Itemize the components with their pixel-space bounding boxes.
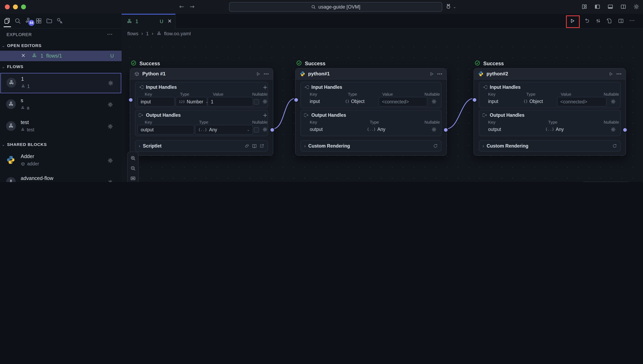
open-editors-title[interactable]: OPEN EDITORS [7,43,42,48]
input-key-field[interactable]: input [138,97,175,106]
node-more-icon[interactable]: ⋯ [264,71,269,77]
close-icon[interactable]: × [21,52,26,58]
input-handle-dot[interactable] [294,97,299,102]
col-nullable: Nullable [252,120,268,124]
scriptlet-section[interactable]: › Scriptlet [135,140,268,152]
node-header[interactable]: Python #1 ⋯ [130,68,273,80]
output-handle-dot[interactable] [443,127,448,132]
node-python-hash2[interactable]: python#2 ⋯ Input Handles Key Type Value … [474,68,626,156]
traffic-light-minimize[interactable] [13,4,18,9]
settings-gear-icon[interactable] [633,4,639,11]
book-icon[interactable] [252,143,257,148]
gear-icon[interactable] [431,99,437,106]
toggle-primary-sidebar-button[interactable] [594,4,600,11]
input-value-field[interactable]: 1 [208,97,253,106]
chevron-down-icon[interactable]: ⌄ [2,64,5,69]
assistant-button[interactable]: ⌄ [445,3,456,10]
output-type-value: Any [556,127,564,132]
traffic-light-close[interactable] [5,4,10,9]
zoom-in-button[interactable] [130,155,136,162]
activity-folder-icon[interactable] [46,18,53,26]
input-handle-dot[interactable] [128,97,134,102]
flow-list-item-3[interactable]: test test [0,117,120,136]
refresh-icon[interactable] [433,144,438,148]
nav-back-icon[interactable]: ← [179,3,184,10]
editor-more-actions[interactable]: ⋯ [629,17,635,24]
toggle-secondary-sidebar-button[interactable] [620,4,626,11]
flow-list-item-2[interactable]: s a [0,95,120,114]
traffic-light-zoom[interactable] [21,4,26,9]
close-icon[interactable]: × [168,18,172,24]
gear-icon[interactable] [108,80,114,87]
output-key-field[interactable]: output [138,125,194,134]
compare-button[interactable] [595,18,601,25]
open-editor-item[interactable]: × 1 flows/1 U [0,51,122,61]
breadcrumb-1[interactable]: 1 [146,31,148,36]
split-editor-button[interactable] [618,18,624,25]
rerun-button[interactable] [584,18,590,25]
gear-icon[interactable] [108,180,113,182]
gear-icon[interactable] [108,158,113,164]
command-center-search[interactable]: usage-guide [OVM] [229,2,442,12]
node-header[interactable]: python#2 ⋯ [474,68,626,80]
flow-item-subtitle: test [27,127,34,132]
add-input-button[interactable]: + [263,84,268,90]
zoom-out-button[interactable] [130,166,136,172]
nav-forward-icon[interactable]: → [190,3,194,10]
breadcrumb-flows[interactable]: flows [127,31,138,36]
activity-explorer-icon[interactable] [4,18,10,26]
shared-blocks-title[interactable]: SHARED BLOCKS [7,142,47,147]
fit-view-button[interactable] [130,176,136,182]
flows-section-title[interactable]: FLOWS [7,64,24,69]
customize-layout-button[interactable] [582,4,588,11]
gear-icon[interactable] [108,124,113,130]
activity-key-icon[interactable] [56,18,63,26]
add-output-button[interactable]: + [263,112,268,118]
nullable-checkbox[interactable] [254,127,259,132]
subflow-avatar [6,177,16,182]
chevron-down-icon[interactable]: ⌄ [2,43,5,48]
col-value: Value [213,92,224,96]
activity-search-icon[interactable] [14,18,21,26]
gear-icon[interactable] [610,127,616,133]
activity-blocks-icon[interactable] [35,18,42,26]
flow-file-icon [32,53,37,60]
node-python-1[interactable]: Python #1 ⋯ Input Handles + Key Type Val… [130,68,273,156]
explorer-more-icon[interactable]: ⋯ [107,31,113,37]
node-header[interactable]: python#1 ⋯ [296,68,446,80]
shared-block-adder[interactable]: Adder adder [0,151,120,170]
toggle-panel-button[interactable] [607,4,614,11]
run-flow-button[interactable] [569,18,575,25]
breadcrumb-file[interactable]: flow.oo.yaml [164,31,191,36]
custom-rendering-section[interactable]: › Custom Rendering [300,140,442,152]
chevron-right-icon: › [152,31,154,36]
external-link-icon[interactable] [260,144,264,148]
input-key-value: input [310,99,320,104]
refresh-icon[interactable] [612,144,617,148]
gear-icon[interactable] [262,99,268,106]
gear-icon[interactable] [108,102,113,109]
chevron-down-icon[interactable]: ⌄ [2,142,5,146]
input-type-select[interactable]: 123Number⌄ [176,97,207,106]
input-handle-dot[interactable] [472,97,477,102]
play-icon[interactable] [256,71,261,76]
node-more-icon[interactable]: ⋯ [616,71,622,77]
node-more-icon[interactable]: ⋯ [437,71,442,77]
custom-rendering-section[interactable]: › Custom Rendering [479,140,621,152]
flow-canvas[interactable]: Success Success Success Python #1 ⋯ Inpu… [122,39,643,182]
gear-icon[interactable] [262,127,268,133]
output-type-select[interactable]: {..}Any⌄ [195,125,253,134]
gear-icon[interactable] [610,99,616,106]
nullable-checkbox[interactable] [254,99,259,104]
flow-list-item-1[interactable]: 1 1 [0,73,121,93]
output-handle-dot[interactable] [270,127,275,132]
play-icon[interactable] [608,71,614,76]
output-handle-dot[interactable] [622,127,628,132]
paperclip-icon[interactable] [244,144,249,148]
node-python-hash1[interactable]: python#1 ⋯ Input Handles Key Type Value … [295,68,447,156]
play-icon[interactable] [429,71,434,76]
gear-icon[interactable] [431,127,437,133]
open-source-button[interactable] [606,18,612,25]
editor-tab-flow-1[interactable]: 1 U × [122,14,176,29]
shared-block-advanced-flow[interactable]: advanced-flow advanced-flow [0,173,120,182]
